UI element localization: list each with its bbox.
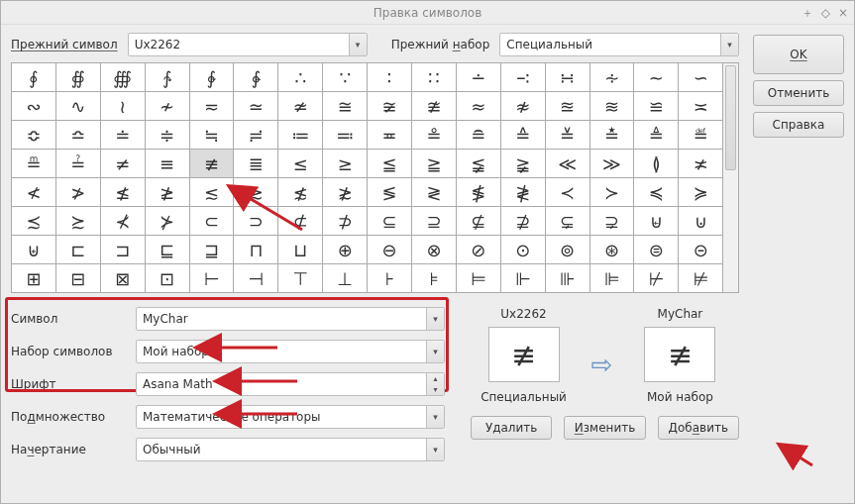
- grid-cell[interactable]: ⊅: [323, 207, 368, 236]
- window-maximize-icon[interactable]: ◇: [821, 1, 830, 25]
- grid-cell[interactable]: ∺: [546, 63, 590, 92]
- grid-cell[interactable]: ⊂: [190, 207, 235, 236]
- symbol-input[interactable]: MyChar: [136, 307, 445, 331]
- grid-cell[interactable]: ⊕: [323, 236, 368, 264]
- prev-symbol-combo[interactable]: Ux2262: [128, 33, 368, 56]
- grid-cell[interactable]: ⊣: [234, 264, 278, 293]
- grid-cell[interactable]: ≒: [190, 121, 235, 150]
- grid-cell[interactable]: ∼: [634, 63, 679, 92]
- grid-cell[interactable]: ≹: [501, 178, 546, 207]
- grid-cell[interactable]: ≣: [234, 150, 278, 178]
- change-button[interactable]: Изменить: [564, 416, 645, 440]
- grid-cell[interactable]: ≶: [368, 178, 412, 207]
- grid-cell[interactable]: ≮: [12, 178, 56, 207]
- grid-cell[interactable]: ≇: [412, 92, 457, 121]
- grid-cell[interactable]: ∰: [101, 63, 146, 92]
- grid-cell[interactable]: ≾: [12, 207, 56, 236]
- grid-cell[interactable]: ≈: [457, 92, 501, 121]
- grid-cell[interactable]: ≞: [12, 150, 56, 178]
- grid-cell[interactable]: ≷: [412, 178, 457, 207]
- grid-cell[interactable]: ⊑: [146, 236, 190, 264]
- grid-cell[interactable]: ≁: [146, 92, 190, 121]
- grid-cell[interactable]: ⊦: [368, 264, 412, 293]
- grid-cell[interactable]: ≛: [590, 121, 635, 150]
- grid-cell[interactable]: ⊥: [323, 264, 368, 293]
- grid-cell[interactable]: ≝: [679, 121, 723, 150]
- grid-cell[interactable]: ⊩: [501, 264, 546, 293]
- grid-cell[interactable]: ≻: [590, 178, 635, 207]
- grid-cell[interactable]: ≜: [634, 121, 679, 150]
- grid-cell[interactable]: ⊭: [679, 264, 723, 293]
- dropdown-arrow-icon[interactable]: [426, 439, 444, 460]
- grid-cell[interactable]: ⊈: [457, 207, 501, 236]
- grid-cell[interactable]: ⊗: [412, 236, 457, 264]
- grid-cell[interactable]: ≉: [501, 92, 546, 121]
- grid-cell[interactable]: ⊎: [12, 236, 56, 264]
- grid-cell[interactable]: ≅: [323, 92, 368, 121]
- grid-cell[interactable]: ≙: [501, 121, 546, 150]
- spin-arrows-icon[interactable]: [426, 373, 444, 395]
- grid-cell[interactable]: ≏: [56, 121, 101, 150]
- grid-cell[interactable]: ≋: [590, 92, 635, 121]
- grid-cell[interactable]: ≯: [56, 178, 101, 207]
- grid-cell[interactable]: ∷: [412, 63, 457, 92]
- grid-cell[interactable]: ≭: [679, 150, 723, 178]
- grid-scrollbar[interactable]: [723, 62, 739, 293]
- grid-cell[interactable]: ≽: [679, 178, 723, 207]
- set-input[interactable]: Мой набор: [136, 340, 445, 363]
- grid-cell[interactable]: ≫: [590, 150, 635, 178]
- grid-cell[interactable]: ≓: [234, 121, 278, 150]
- dropdown-arrow-icon[interactable]: [720, 34, 738, 55]
- grid-cell[interactable]: ≖: [368, 121, 412, 150]
- window-minimize-icon[interactable]: ＋: [802, 1, 813, 25]
- grid-cell[interactable]: ≳: [234, 178, 278, 207]
- grid-cell[interactable]: ⊔: [278, 236, 323, 264]
- grid-cell[interactable]: ⊆: [368, 207, 412, 236]
- grid-cell[interactable]: ≵: [323, 178, 368, 207]
- grid-cell[interactable]: ∯: [56, 63, 101, 92]
- grid-cell[interactable]: ≠: [101, 150, 146, 178]
- grid-cell[interactable]: ∮: [12, 63, 56, 92]
- grid-cell[interactable]: ⊟: [56, 264, 101, 293]
- grid-cell[interactable]: ⊛: [590, 236, 635, 264]
- grid-cell[interactable]: ≄: [278, 92, 323, 121]
- grid-cell[interactable]: ⊨: [457, 264, 501, 293]
- dropdown-arrow-icon[interactable]: [426, 341, 444, 362]
- grid-cell[interactable]: ⊊: [546, 207, 590, 236]
- grid-cell[interactable]: ∱: [146, 63, 190, 92]
- grid-cell[interactable]: ⊄: [278, 207, 323, 236]
- grid-cell[interactable]: ⊏: [56, 236, 101, 264]
- grid-cell[interactable]: ∸: [457, 63, 501, 92]
- grid-cell[interactable]: ≀: [101, 92, 146, 121]
- grid-cell[interactable]: ≦: [368, 150, 412, 178]
- grid-cell[interactable]: ≆: [368, 92, 412, 121]
- grid-cell[interactable]: ≟: [56, 150, 101, 178]
- grid-cell[interactable]: ∻: [590, 63, 635, 92]
- prev-set-combo[interactable]: Специальный: [499, 33, 739, 56]
- grid-cell[interactable]: ∾: [12, 92, 56, 121]
- grid-cell[interactable]: ≔: [278, 121, 323, 150]
- grid-cell[interactable]: ∿: [56, 92, 101, 121]
- grid-cell[interactable]: ⊃: [234, 207, 278, 236]
- help-button[interactable]: Справка: [753, 112, 844, 138]
- grid-cell[interactable]: ∴: [278, 63, 323, 92]
- grid-cell[interactable]: ≤: [278, 150, 323, 178]
- grid-cell[interactable]: ⊬: [634, 264, 679, 293]
- ok-button[interactable]: OK: [753, 35, 844, 74]
- font-input[interactable]: Asana Math: [136, 372, 445, 396]
- grid-cell[interactable]: ≧: [412, 150, 457, 178]
- grid-cell[interactable]: ⊌: [634, 207, 679, 236]
- grid-cell[interactable]: ≌: [634, 92, 679, 121]
- dropdown-arrow-icon[interactable]: [426, 406, 444, 428]
- grid-cell[interactable]: ≸: [457, 178, 501, 207]
- grid-cell[interactable]: ≥: [323, 150, 368, 178]
- dropdown-arrow-icon[interactable]: [426, 308, 444, 330]
- grid-cell[interactable]: ⊢: [190, 264, 235, 293]
- grid-cell[interactable]: ≂: [190, 92, 235, 121]
- grid-cell[interactable]: ≊: [546, 92, 590, 121]
- grid-cell[interactable]: ≃: [234, 92, 278, 121]
- grid-cell[interactable]: ⊧: [412, 264, 457, 293]
- window-close-icon[interactable]: ×: [838, 1, 848, 25]
- grid-cell[interactable]: ≿: [56, 207, 101, 236]
- grid-cell[interactable]: ∶: [368, 63, 412, 92]
